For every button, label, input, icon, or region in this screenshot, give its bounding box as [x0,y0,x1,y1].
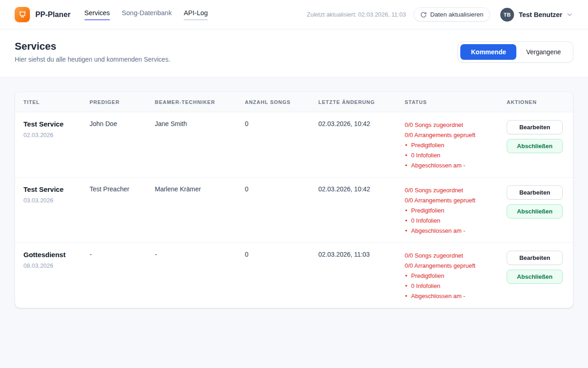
filter-past-button[interactable]: Vergangene [516,44,571,60]
refresh-icon [420,12,427,18]
status-infofolien: 0 Infofolien [405,150,496,161]
page-subtitle: Hier siehst du alle heutigen und kommend… [15,56,170,63]
services-table-body: Test Service 02.03.2026 John Doe Jane Sm… [15,112,573,308]
table-row: Test Service 03.03.2026 Test Preacher Ma… [15,178,573,243]
title-cell: Test Service 03.03.2026 [15,178,84,243]
col-anzahl-songs: ANZAHL SONGS [239,92,313,112]
brand-title: PP-Planer [35,11,71,19]
edit-button[interactable]: Bearbeiten [507,120,563,134]
song-count-cell: 0 [239,178,313,243]
page-header: Services Hier siehst du alle heutigen un… [0,29,588,77]
nav-api-log[interactable]: API-Log [184,9,208,20]
status-predigtfolien: Predigtfolien [405,206,496,216]
user-name: Test Benutzer [519,11,562,18]
complete-button[interactable]: Abschließen [507,270,563,284]
service-title: Gottesdienst [23,251,79,259]
service-title: Test Service [23,185,79,193]
preacher-cell: Test Preacher [84,178,149,243]
app-logo [15,7,30,22]
service-date: 08.03.2026 [23,262,79,269]
services-card: TITEL PREDIGER BEAMER-TECHNIKER ANZAHL S… [15,92,573,308]
table-row: Gottesdienst 08.03.2026 - - 0 02.03.2026… [15,243,573,308]
col-status: STATUS [399,92,501,112]
preacher-cell: John Doe [84,112,149,178]
status-abgeschlossen: Abgeschlossen am - [405,291,496,301]
status-cell: 0/0 Songs zugeordnet 0/0 Arrangements ge… [399,243,501,308]
col-letzte-aenderung: LETZTE ÄNDERUNG [313,92,399,112]
last-change-cell: 02.03.2026, 10:42 [313,178,399,243]
title-cell: Gottesdienst 08.03.2026 [15,243,84,308]
status-abgeschlossen: Abgeschlossen am - [405,226,496,236]
status-songs: 0/0 Songs zugeordnet [405,185,496,196]
service-filter-toggle: Kommende Vergangene [458,41,573,63]
status-abgeschlossen: Abgeschlossen am - [405,161,496,171]
chevron-down-icon [566,11,573,18]
service-date: 03.03.2026 [23,197,79,204]
refresh-data-button[interactable]: Daten aktualisieren [413,7,491,22]
status-infofolien: 0 Infofolien [405,281,496,291]
status-cell: 0/0 Songs zugeordnet 0/0 Arrangements ge… [399,112,501,178]
col-title: TITEL [15,92,84,112]
beamer-cell: - [149,243,239,308]
col-prediger: PREDIGER [84,92,149,112]
last-change-cell: 02.03.2026, 11:03 [313,243,399,308]
edit-button[interactable]: Bearbeiten [507,185,563,200]
table-header: TITEL PREDIGER BEAMER-TECHNIKER ANZAHL S… [15,92,573,112]
main-content: TITEL PREDIGER BEAMER-TECHNIKER ANZAHL S… [0,77,588,322]
actions-cell: Bearbeiten Abschließen [501,112,573,178]
status-predigtfolien: Predigtfolien [405,271,496,281]
last-change-cell: 02.03.2026, 10:42 [313,112,399,178]
user-menu[interactable]: TB Test Benutzer [500,8,573,22]
actions-cell: Bearbeiten Abschließen [501,243,573,308]
services-table: TITEL PREDIGER BEAMER-TECHNIKER ANZAHL S… [15,92,573,308]
song-count-cell: 0 [239,112,313,178]
status-arrangements: 0/0 Arrangements geprueft [405,261,496,271]
song-count-cell: 0 [239,243,313,308]
page-title: Services [15,40,170,52]
status-arrangements: 0/0 Arrangements geprueft [405,130,496,140]
service-date: 02.03.2026 [23,132,79,138]
col-beamer-techniker: BEAMER-TECHNIKER [149,92,239,112]
status-songs: 0/0 Songs zugeordnet [405,251,496,261]
actions-cell: Bearbeiten Abschließen [501,178,573,243]
complete-button[interactable]: Abschließen [507,139,563,153]
presentation-icon [18,11,27,19]
topbar: PP-Planer Services Song-Datenbank API-Lo… [0,0,588,29]
title-cell: Test Service 02.03.2026 [15,112,84,178]
beamer-cell: Marlene Krämer [149,178,239,243]
page-header-text: Services Hier siehst du alle heutigen un… [15,40,170,63]
service-title: Test Service [23,120,79,128]
status-infofolien: 0 Infofolien [405,216,496,226]
preacher-cell: - [84,243,149,308]
status-predigtfolien: Predigtfolien [405,140,496,150]
last-updated-text: Zuletzt aktualisiert: 02.03.2026, 11:03 [307,11,406,18]
complete-button[interactable]: Abschließen [507,204,563,218]
topbar-right: Zuletzt aktualisiert: 02.03.2026, 11:03 … [307,7,573,22]
main-nav: Services Song-Datenbank API-Log [85,9,208,20]
status-cell: 0/0 Songs zugeordnet 0/0 Arrangements ge… [399,178,501,243]
filter-upcoming-button[interactable]: Kommende [460,44,516,60]
table-row: Test Service 02.03.2026 John Doe Jane Sm… [15,112,573,178]
status-songs: 0/0 Songs zugeordnet [405,120,496,130]
refresh-button-label: Daten aktualisieren [430,11,484,18]
status-arrangements: 0/0 Arrangements geprueft [405,196,496,206]
nav-song-datenbank[interactable]: Song-Datenbank [122,9,172,20]
edit-button[interactable]: Bearbeiten [507,251,563,265]
avatar: TB [500,8,514,22]
col-aktionen: AKTIONEN [501,92,573,112]
nav-services[interactable]: Services [85,9,110,20]
beamer-cell: Jane Smith [149,112,239,178]
